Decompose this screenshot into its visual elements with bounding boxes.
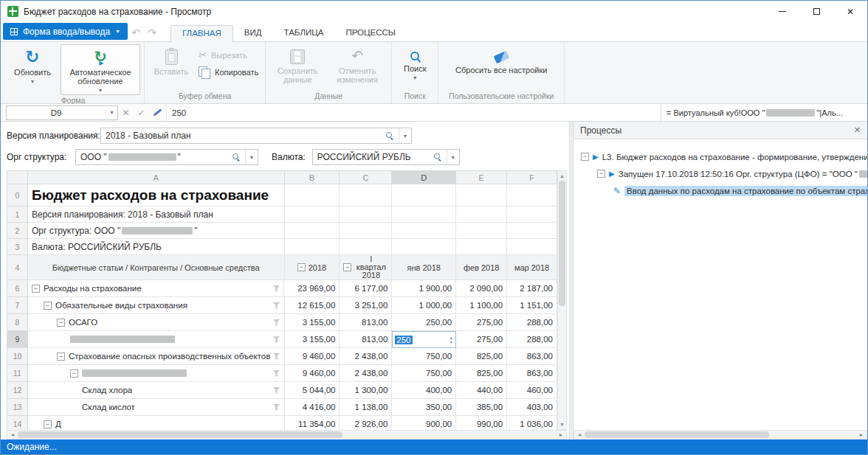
collapse-icon[interactable]: −	[57, 319, 65, 327]
cell[interactable]: 403,00	[507, 399, 557, 416]
budget-item-cell[interactable]: Склад хлора	[28, 382, 285, 399]
row-number[interactable]: 10	[7, 348, 28, 365]
cell[interactable]	[507, 184, 557, 206]
info-cell[interactable]: Орг структура: ООО " "	[28, 223, 285, 239]
column-header-f[interactable]: F	[507, 171, 557, 184]
cell[interactable]: 863,00	[507, 365, 557, 382]
budget-item-cell[interactable]: −	[28, 365, 285, 382]
cell[interactable]: 4 416,00	[285, 399, 340, 416]
row-number[interactable]: 13	[7, 399, 28, 416]
version-combo[interactable]: 2018 - Базовый план ▼	[100, 128, 412, 144]
cell[interactable]: 750,00	[392, 348, 456, 365]
row-number[interactable]: 12	[7, 382, 28, 399]
cell[interactable]	[340, 223, 392, 239]
collapse-icon[interactable]: −	[597, 170, 605, 178]
header-cell[interactable]: фев 2018	[456, 255, 507, 280]
cut-button[interactable]: ✂ Вырезать	[196, 49, 261, 61]
search-icon[interactable]	[434, 153, 442, 161]
cell[interactable]	[456, 223, 507, 239]
horizontal-scrollbar[interactable]: ◄ ►	[574, 430, 867, 440]
budget-item-cell[interactable]: −Обязательные виды страхования	[28, 297, 285, 314]
scrollbar-thumb[interactable]	[585, 431, 769, 438]
cell[interactable]	[340, 206, 392, 223]
cell[interactable]: 275,00	[456, 331, 507, 348]
cell[interactable]: 9 460,00	[285, 348, 340, 365]
cell-reference-box[interactable]: D9 ▼	[6, 105, 118, 120]
chevron-down-icon[interactable]: ▼	[106, 110, 117, 115]
row-number[interactable]: 3	[7, 239, 28, 255]
report-title-cell[interactable]: Бюджет расходов на страхование	[28, 184, 285, 206]
cell[interactable]	[507, 206, 557, 223]
info-cell[interactable]: Валюта: РОССИЙСКИЙ РУБЛЬ	[28, 239, 285, 255]
scroll-right-icon[interactable]: ►	[556, 430, 566, 440]
cell[interactable]: 11 354,00	[285, 416, 340, 430]
column-header-e[interactable]: E	[456, 171, 507, 184]
cell[interactable]: 2 090,00	[456, 280, 507, 297]
budget-item-cell[interactable]: −ОСАГО	[28, 314, 285, 331]
scroll-right-icon[interactable]: ►	[856, 430, 867, 440]
search-button[interactable]: Поиск ▼	[396, 44, 434, 91]
column-header-b[interactable]: B	[285, 171, 340, 184]
row-number[interactable]: 14	[7, 416, 28, 430]
header-cell[interactable]: −I квартал 2018	[340, 255, 392, 280]
cancel-entry-button[interactable]: ✕	[118, 108, 134, 118]
filter-icon[interactable]	[273, 370, 280, 377]
collapse-icon[interactable]: −	[70, 369, 78, 378]
cell[interactable]: 5 044,00	[285, 382, 340, 399]
process-task-node[interactable]: ✎ Ввод данных по расходам на страхование…	[581, 182, 867, 199]
cell[interactable]: 813,00	[340, 314, 392, 331]
scrollbar-thumb[interactable]	[18, 431, 342, 438]
column-header-d[interactable]: D	[392, 171, 456, 184]
row-number[interactable]: 2	[7, 223, 28, 239]
copy-button[interactable]: Копировать	[196, 66, 261, 79]
cell[interactable]: 440,00	[456, 382, 507, 399]
column-header-c[interactable]: C	[340, 171, 392, 184]
horizontal-scrollbar[interactable]: ◄ ►	[7, 430, 567, 440]
budget-item-cell[interactable]: −Страхование опасных производственных об…	[28, 348, 285, 365]
budget-item-cell[interactable]: −Расходы на страхование	[28, 280, 285, 297]
cell[interactable]: 350,00	[392, 399, 456, 416]
budget-item-cell[interactable]: −Д	[28, 416, 285, 430]
column-header-a[interactable]: A	[28, 171, 285, 184]
filter-icon[interactable]	[273, 353, 280, 360]
budget-item-cell[interactable]: Склад кислот	[28, 399, 285, 416]
corner-cell[interactable]	[7, 171, 28, 184]
org-combo[interactable]: ООО " " ▼	[75, 149, 258, 165]
filter-icon[interactable]	[273, 302, 280, 309]
cell[interactable]	[392, 223, 456, 239]
filter-icon[interactable]	[273, 336, 280, 343]
chevron-down-icon[interactable]: ▼	[447, 150, 459, 164]
cell[interactable]: 400,00	[392, 382, 456, 399]
header-cell[interactable]: −2018	[285, 255, 340, 280]
refresh-button[interactable]: ↻ Обновить ▼	[6, 44, 59, 95]
formula-input[interactable]: 250	[166, 104, 661, 121]
cell[interactable]	[392, 239, 456, 255]
cell[interactable]	[392, 184, 456, 206]
collapse-icon[interactable]: −	[32, 285, 40, 293]
cell[interactable]: 990,00	[456, 416, 507, 430]
auto-refresh-button[interactable]: ↻▶ Автоматическое обновление ▼	[61, 44, 140, 95]
vertical-scrollbar[interactable]: ▲ ▼	[557, 170, 567, 430]
cell[interactable]	[456, 206, 507, 223]
scroll-left-icon[interactable]: ◄	[7, 430, 18, 440]
filter-icon[interactable]	[273, 319, 280, 326]
undo-changes-button[interactable]: ↶ Отменить изменения	[327, 44, 388, 91]
cell[interactable]	[392, 206, 456, 223]
chevron-down-icon[interactable]: ▼	[399, 128, 411, 143]
tab-glavnaya[interactable]: ГЛАВНАЯ	[170, 25, 233, 42]
cell[interactable]: 2 926,00	[340, 416, 392, 430]
cell[interactable]: 1 138,00	[340, 399, 392, 416]
cell[interactable]	[507, 223, 557, 239]
cell[interactable]	[340, 184, 392, 206]
collapse-icon[interactable]: −	[581, 153, 589, 161]
row-number[interactable]: 6	[7, 280, 28, 297]
save-data-button[interactable]: Сохранить данные	[269, 44, 326, 91]
cell[interactable]: 6 177,00	[340, 280, 392, 297]
cell[interactable]: 750,00	[392, 365, 456, 382]
cell[interactable]: 12 615,00	[285, 297, 340, 314]
header-cell[interactable]: мар 2018	[507, 255, 557, 280]
process-instance-node[interactable]: − ▶ Запущен 17.10.2018 12:50:16 Орг. стр…	[581, 165, 867, 182]
wand-icon[interactable]	[154, 108, 162, 117]
cell[interactable]: 813,00	[340, 331, 392, 348]
close-icon[interactable]: ✕	[854, 125, 861, 135]
